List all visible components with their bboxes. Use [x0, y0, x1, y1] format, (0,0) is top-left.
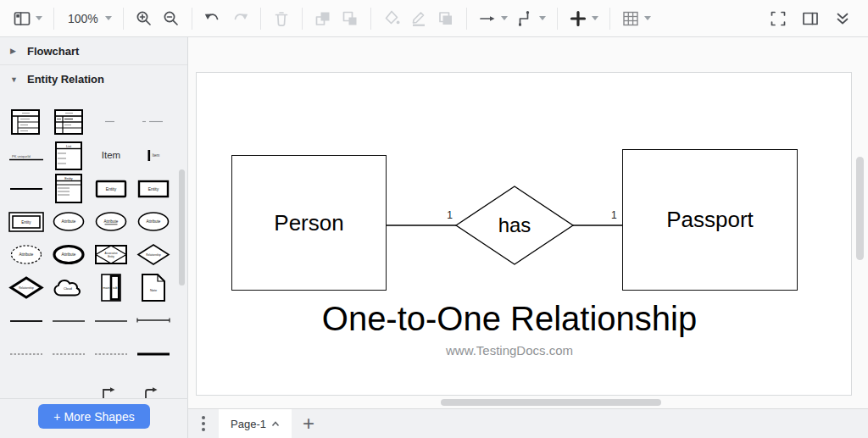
svg-text:Entity: Entity: [148, 186, 159, 191]
shape-line[interactable]: [5, 172, 47, 205]
shape-link-line[interactable]: [47, 304, 90, 337]
shape-dashed-line[interactable]: [5, 337, 47, 370]
double-chevron-down-icon: [833, 9, 852, 28]
palette-spacer: [5, 370, 47, 398]
section-label: Flowchart: [27, 45, 79, 58]
svg-text:List: List: [66, 143, 72, 147]
attribute-ellipse-icon: Attribute: [49, 207, 88, 237]
more-shapes-button[interactable]: + More Shapes: [38, 404, 150, 429]
to-back-button[interactable]: [337, 4, 364, 33]
page-tab-label: Page-1: [231, 418, 266, 430]
shadow-button[interactable]: [432, 4, 459, 33]
line-icon: [7, 174, 46, 204]
horizontal-scrollbar[interactable]: [441, 399, 661, 406]
shape-attribute[interactable]: Attribute: [47, 205, 90, 238]
shape-item-text[interactable]: Item: [90, 139, 132, 172]
sidebar-scrollbar[interactable]: [179, 169, 185, 286]
shape-entity[interactable]: Entity: [132, 172, 175, 205]
diagram-title[interactable]: One-to-One Relationship: [322, 300, 697, 338]
shape-link-line[interactable]: [90, 304, 132, 337]
shape-multivalued-attribute[interactable]: Attribute: [47, 238, 90, 271]
shape-row-stub[interactable]: [90, 106, 132, 139]
palette-spacer: [47, 370, 90, 398]
shape-associative-entity[interactable]: Associative Entity: [90, 238, 132, 271]
entity-passport[interactable]: Passport: [622, 149, 798, 291]
shape-entity-double[interactable]: Entity: [5, 205, 47, 238]
layout-icon: [13, 9, 31, 28]
chevron-down-icon: ▼: [10, 75, 20, 84]
svg-text:Attribute: Attribute: [19, 252, 34, 257]
collapse-expand-button[interactable]: [829, 4, 856, 33]
bold-relationship-diamond-icon: Relationship: [7, 273, 46, 303]
shape-entity[interactable]: Entity: [90, 172, 132, 205]
undo-icon: [203, 9, 222, 28]
format-panel-button[interactable]: [797, 4, 824, 33]
shape-entity-table[interactable]: Entity: [47, 172, 90, 205]
shape-dashed-line[interactable]: [47, 337, 90, 370]
entity-icon: Entity: [92, 174, 131, 204]
view-panels-button[interactable]: [8, 4, 47, 33]
shape-elbow-arrow[interactable]: [132, 370, 175, 398]
add-page-button[interactable]: +: [292, 409, 326, 438]
connection-arrow-button[interactable]: [474, 4, 512, 33]
drawing-page[interactable]: has Person Passport 1 1 One-to-One Relat…: [196, 72, 852, 396]
insert-button[interactable]: [565, 4, 603, 33]
shape-elbow-arrow[interactable]: [90, 370, 132, 398]
svg-text:PK uniqueId: PK uniqueId: [12, 154, 31, 158]
shape-link-line[interactable]: [132, 304, 175, 337]
page-tab[interactable]: Page-1: [219, 409, 292, 438]
cardinality-left[interactable]: 1: [437, 209, 453, 221]
shape-main-sub[interactable]: main sub: [90, 271, 132, 304]
shape-table[interactable]: [5, 106, 47, 139]
shape-table-2[interactable]: [47, 106, 90, 139]
relationship-label[interactable]: has: [498, 213, 531, 236]
sidebar-section-flowchart[interactable]: ▶ Flowchart: [0, 37, 187, 65]
cloud-icon: Cloud: [49, 273, 88, 303]
zoom-dropdown[interactable]: 100%: [61, 4, 116, 33]
attribute-ellipse-icon: Attribute: [134, 207, 173, 237]
cardinality-right[interactable]: 1: [611, 209, 617, 221]
shape-key-attribute[interactable]: Attribute: [90, 205, 132, 238]
table-button[interactable]: [617, 4, 655, 33]
chevron-right-icon: ▶: [10, 47, 20, 55]
shape-bold-line[interactable]: [132, 337, 175, 370]
canvas[interactable]: has Person Passport 1 1 One-to-One Relat…: [188, 37, 868, 408]
undo-button[interactable]: [199, 4, 226, 33]
shape-row-stub-2[interactable]: [132, 106, 175, 139]
bold-attribute-ellipse-icon: Attribute: [49, 240, 88, 270]
shape-item-divider[interactable]: Item: [132, 139, 175, 172]
elbow-arrow-icon: [92, 372, 131, 399]
zoom-out-button[interactable]: [158, 4, 185, 33]
fullscreen-button[interactable]: [765, 4, 792, 33]
diagram-subtitle[interactable]: www.TestingDocs.com: [446, 343, 573, 358]
fill-color-button[interactable]: [378, 4, 405, 33]
redo-button[interactable]: [226, 4, 253, 33]
svg-text:sub: sub: [113, 286, 118, 290]
shape-identifying-relationship[interactable]: Relationship: [5, 271, 47, 304]
separator: [302, 8, 303, 30]
shape-relationship[interactable]: Relationship: [132, 238, 175, 271]
shape-attribute[interactable]: Attribute: [132, 205, 175, 238]
line-color-button[interactable]: [405, 4, 432, 33]
shape-pk-row[interactable]: PK uniqueId: [5, 139, 47, 172]
zoom-out-icon: [162, 9, 181, 28]
zoom-in-button[interactable]: [131, 4, 158, 33]
shape-derived-attribute[interactable]: Attribute: [5, 238, 47, 271]
to-front-button[interactable]: [309, 4, 337, 33]
vertical-scrollbar[interactable]: [856, 157, 864, 260]
entity-person[interactable]: Person: [231, 155, 387, 291]
relationship-diamond-icon: Relationship: [134, 240, 173, 270]
pages-menu-button[interactable]: [188, 409, 219, 438]
delete-button[interactable]: [268, 4, 295, 33]
waypoint-style-button[interactable]: [512, 4, 550, 33]
shape-dashed-line[interactable]: [90, 337, 132, 370]
shape-link-line[interactable]: [5, 304, 47, 337]
svg-text:Attribute: Attribute: [104, 219, 119, 224]
shape-note[interactable]: Note: [132, 271, 175, 304]
entity-double-icon: Entity: [7, 207, 46, 237]
row-stub-icon: [92, 108, 131, 138]
sidebar-section-entity-relation[interactable]: ▼ Entity Relation: [0, 65, 187, 93]
shape-cloud[interactable]: Cloud: [47, 271, 90, 304]
shape-list[interactable]: List: [47, 139, 90, 172]
bold-line-icon: [134, 339, 173, 369]
